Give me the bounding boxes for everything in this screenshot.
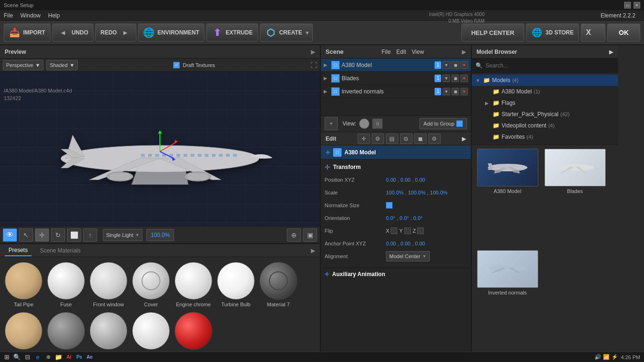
material-11[interactable]: Material 11 bbox=[132, 312, 170, 352]
normalize-checkbox[interactable] bbox=[386, 202, 393, 209]
edit-expand[interactable]: ▶ bbox=[462, 135, 466, 142]
add-to-group-btn[interactable]: Add to Group bbox=[419, 118, 467, 129]
add-scene-tool[interactable]: + bbox=[325, 117, 338, 130]
material-turbine-bulb[interactable]: Turbine Bulb bbox=[217, 262, 255, 307]
view-circle-btn[interactable] bbox=[359, 118, 369, 129]
tree-favorites[interactable]: 📁 Favorites (4) bbox=[472, 131, 618, 143]
help-center-button[interactable]: HELP CENTER bbox=[461, 24, 525, 42]
scene-item-inverted[interactable]: ▶ □ Inverted normals 1 ▼ ◼ ✕ bbox=[321, 85, 471, 98]
rotate-tool[interactable]: ↻ bbox=[51, 228, 65, 242]
flip-y-checkbox[interactable] bbox=[404, 227, 411, 234]
edit-layers-tool[interactable]: ▤ bbox=[386, 134, 398, 144]
menu-help[interactable]: Help bbox=[48, 12, 60, 19]
material-7[interactable]: Material 7 bbox=[259, 262, 297, 307]
tree-flags[interactable]: ▶ 📁 Flags bbox=[472, 97, 618, 109]
materials-expand[interactable]: ▶ bbox=[311, 247, 315, 254]
orientation-z[interactable]: 0.0° bbox=[413, 215, 423, 221]
tree-videopilot[interactable]: 📁 Videopilot content (4) bbox=[472, 120, 618, 131]
redo-button[interactable]: REDO ► bbox=[95, 24, 136, 42]
scene-menu-edit[interactable]: Edit bbox=[396, 49, 406, 55]
search-input[interactable] bbox=[485, 62, 614, 69]
taskbar-chrome[interactable]: ⊕ bbox=[43, 353, 53, 362]
inverted-ctrl-eye[interactable]: ◼ bbox=[452, 88, 459, 95]
tree-starter-pack[interactable]: 📁 Starter_Pack_Physical (42) bbox=[472, 109, 618, 120]
shaded-dropdown[interactable]: Shaded ▼ bbox=[46, 60, 78, 70]
a380-ctrl-eye[interactable]: ◼ bbox=[452, 61, 459, 69]
x-button[interactable]: X bbox=[581, 24, 605, 42]
material-12[interactable]: Material 12 bbox=[175, 312, 212, 352]
position-z[interactable]: 0.00 bbox=[415, 177, 425, 183]
edit-group-tool[interactable]: ⧉ bbox=[400, 134, 412, 144]
blades-ctrl-dropdown[interactable]: ▼ bbox=[443, 75, 450, 82]
presets-tab[interactable]: Presets bbox=[5, 245, 32, 256]
scene-materials-tab[interactable]: Scene Materials bbox=[36, 245, 84, 256]
edit-gear-tool[interactable]: ⚙ bbox=[372, 134, 384, 144]
tree-models[interactable]: ▼ 📁 Models (4) bbox=[472, 75, 618, 86]
scene-item-a380[interactable]: ▶ □ A380 Model 1 ▼ ◼ ✕ bbox=[321, 59, 471, 72]
blades-ctrl-eye[interactable]: ◼ bbox=[452, 75, 459, 82]
zoom-level[interactable]: 100.0% bbox=[146, 229, 174, 241]
viewport-expand[interactable]: ⛶ bbox=[310, 61, 317, 69]
inverted-ctrl-close[interactable]: ✕ bbox=[460, 88, 468, 95]
taskbar-explorer[interactable]: 📁 bbox=[54, 353, 63, 362]
target-tool[interactable]: ⊕ bbox=[287, 228, 301, 242]
browser-expand[interactable]: ▶ bbox=[609, 49, 613, 55]
inverted-ctrl-dropdown[interactable]: ▼ bbox=[443, 88, 450, 95]
scale-y[interactable]: 100.0% bbox=[408, 190, 426, 195]
import-button[interactable]: 📥 IMPORT bbox=[4, 24, 50, 42]
edit-settings-tool[interactable]: ⚙ bbox=[428, 134, 441, 144]
taskbar-ie[interactable]: e bbox=[33, 353, 42, 362]
blades-ctrl-close[interactable]: ✕ bbox=[460, 75, 468, 82]
aux-animation-header[interactable]: ✛ Auxiliary Animation bbox=[321, 268, 471, 280]
restore-button[interactable]: ▭ bbox=[624, 2, 631, 8]
position-y[interactable]: 0.00 bbox=[401, 177, 410, 183]
taskbar-ae[interactable]: Ae bbox=[85, 353, 94, 362]
material-8[interactable]: Material 8 bbox=[5, 312, 42, 352]
anchor-x[interactable]: 0.00 bbox=[386, 241, 396, 246]
scene-menu-file[interactable]: File bbox=[382, 49, 391, 55]
add-group-checkbox[interactable] bbox=[456, 120, 463, 127]
perspective-dropdown[interactable]: Perspective ▼ bbox=[3, 60, 43, 70]
edit-transform-tool[interactable]: ✛ bbox=[358, 134, 370, 144]
taskbar-photoshop[interactable]: Ps bbox=[75, 353, 84, 362]
alignment-select[interactable]: Model Center ▼ bbox=[386, 251, 430, 261]
create-button[interactable]: ⬡ CREATE ▼ bbox=[260, 24, 313, 42]
undo-button[interactable]: ◄ UNDO bbox=[52, 24, 93, 42]
viewport[interactable]: Perspective ▼ Shaded ▼ ✓ Draft Textures … bbox=[0, 59, 320, 226]
thumb-a380[interactable]: A380 Model bbox=[476, 149, 539, 246]
menu-file[interactable]: File bbox=[4, 12, 13, 19]
snap-tool[interactable]: ↑ bbox=[83, 228, 97, 242]
flip-x-checkbox[interactable] bbox=[391, 227, 397, 234]
move-tool[interactable]: ✛ bbox=[35, 228, 49, 242]
camera-tool[interactable]: 👁 bbox=[3, 228, 17, 242]
material-fuse[interactable]: Fuse bbox=[47, 262, 85, 307]
taskbar-adobe[interactable]: Ai bbox=[64, 353, 74, 362]
anchor-y[interactable]: 0.00 bbox=[401, 241, 410, 246]
extrude-button[interactable]: ⬆ EXTRUDE bbox=[206, 24, 258, 42]
thumb-inverted[interactable]: Inverted normals bbox=[476, 250, 539, 348]
material-10[interactable]: Material 10 bbox=[90, 312, 127, 352]
ok-button[interactable]: OK bbox=[607, 24, 640, 42]
material-cover[interactable]: Cover bbox=[132, 262, 170, 307]
a380-ctrl-dropdown[interactable]: ▼ bbox=[443, 61, 450, 69]
taskbar-windows[interactable]: ⊞ bbox=[2, 353, 11, 362]
orientation-y[interactable]: 0.0° bbox=[400, 215, 409, 221]
scene-menu-view[interactable]: View bbox=[412, 49, 424, 55]
window-controls[interactable]: ▭ ✕ bbox=[624, 2, 640, 8]
menu-window[interactable]: Window bbox=[20, 12, 41, 19]
taskbar-taskview[interactable]: ⊟ bbox=[23, 353, 32, 362]
preview-expand[interactable]: ▶ bbox=[311, 49, 315, 55]
close-button[interactable]: ✕ bbox=[634, 2, 640, 8]
store-button[interactable]: 🌐 3D STORE bbox=[526, 24, 579, 42]
tree-a380[interactable]: 📁 A380 Model (1) bbox=[472, 86, 618, 97]
a380-ctrl-close[interactable]: ✕ bbox=[460, 61, 468, 69]
light-select[interactable]: Single Light ▼ bbox=[103, 229, 142, 241]
material-9[interactable]: Material 9 bbox=[47, 312, 85, 352]
scene-expand[interactable]: ▶ bbox=[462, 49, 466, 55]
draft-textures-checkbox[interactable]: ✓ bbox=[173, 62, 180, 68]
scene-item-blades[interactable]: ▶ □ Blades 1 ▼ ◼ ✕ bbox=[321, 72, 471, 85]
camera2-tool[interactable]: ▣ bbox=[303, 228, 317, 242]
anchor-z[interactable]: 0.00 bbox=[415, 241, 425, 246]
scale-z[interactable]: 100.0% bbox=[430, 190, 447, 195]
environment-button[interactable]: 🌐 ENVIRONMENT bbox=[138, 24, 205, 42]
